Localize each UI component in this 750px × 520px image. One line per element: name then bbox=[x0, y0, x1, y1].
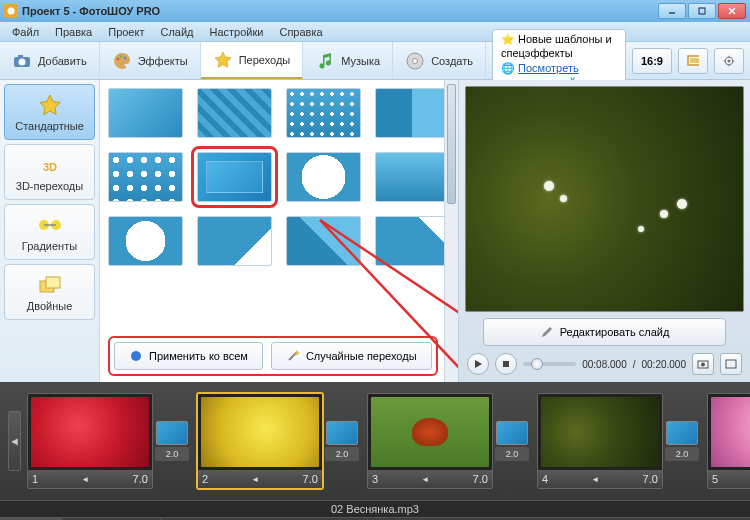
transition-thumb[interactable] bbox=[286, 216, 361, 266]
menu-edit[interactable]: Правка bbox=[47, 24, 100, 40]
tab-music[interactable]: Музыка bbox=[303, 42, 393, 79]
transition-thumb[interactable] bbox=[108, 216, 183, 266]
svg-rect-8 bbox=[18, 55, 23, 58]
tab-add[interactable]: Добавить bbox=[0, 42, 100, 79]
menu-project[interactable]: Проект bbox=[100, 24, 152, 40]
transition-chip[interactable]: 2.0 bbox=[495, 421, 529, 461]
timeline-scroll-left[interactable]: ◄ bbox=[8, 411, 21, 471]
palette-icon bbox=[112, 51, 132, 71]
tab-effects[interactable]: Эффекты bbox=[100, 42, 201, 79]
transition-chip[interactable]: 2.0 bbox=[325, 421, 359, 461]
transition-thumb-selected[interactable] bbox=[197, 152, 272, 202]
svg-point-9 bbox=[116, 57, 119, 60]
fullscreen-icon bbox=[725, 359, 737, 369]
category-double[interactable]: Двойные bbox=[4, 264, 95, 320]
svg-rect-32 bbox=[503, 361, 509, 367]
music-icon bbox=[315, 51, 335, 71]
grid-scrollbar[interactable] bbox=[444, 80, 458, 382]
transition-chip[interactable]: 2.0 bbox=[665, 421, 699, 461]
menubar: Файл Правка Проект Слайд Настройки Справ… bbox=[0, 22, 750, 42]
menu-help[interactable]: Справка bbox=[271, 24, 330, 40]
toolbar-right: ⭐ Новые шаблоны и спецэффекты 🌐 Посмотре… bbox=[486, 42, 750, 79]
svg-point-17 bbox=[728, 59, 731, 62]
play-button[interactable] bbox=[467, 353, 489, 375]
svg-point-28 bbox=[131, 351, 141, 361]
disc-icon bbox=[405, 51, 425, 71]
close-button[interactable] bbox=[718, 3, 746, 19]
svg-rect-3 bbox=[699, 8, 705, 14]
tab-transitions[interactable]: Переходы bbox=[201, 42, 304, 79]
timeline-slide-active[interactable]: 2◄7.0 bbox=[197, 393, 323, 489]
gear-icon bbox=[723, 53, 735, 69]
apply-to-all-button[interactable]: Применить ко всем bbox=[114, 342, 263, 370]
time-total: 00:20.000 bbox=[642, 359, 687, 370]
double-icon bbox=[36, 273, 64, 297]
stop-button[interactable] bbox=[495, 353, 517, 375]
transition-chip[interactable]: 2.0 bbox=[155, 421, 189, 461]
category-standard[interactable]: Стандартные bbox=[4, 84, 95, 140]
svg-point-11 bbox=[123, 56, 126, 59]
aspect-ratio-button[interactable]: 16:9 bbox=[632, 48, 672, 74]
gradient-icon bbox=[36, 213, 64, 237]
snapshot-button[interactable] bbox=[692, 353, 714, 375]
preview-panel: Редактировать слайд 00:08.000 / 00:20.00… bbox=[458, 80, 750, 382]
edit-slide-button[interactable]: Редактировать слайд bbox=[483, 318, 726, 346]
audio-track[interactable]: 02 Веснянка.mp3 bbox=[0, 500, 750, 518]
time-current: 00:08.000 bbox=[582, 359, 627, 370]
transitions-grid bbox=[108, 88, 450, 266]
category-sidebar: Стандартные 3D 3D-переходы Градиенты Дво… bbox=[0, 80, 100, 382]
star-icon bbox=[213, 50, 233, 70]
3d-icon: 3D bbox=[36, 153, 64, 177]
menu-settings[interactable]: Настройки bbox=[202, 24, 272, 40]
svg-rect-15 bbox=[690, 58, 699, 63]
transition-thumb[interactable] bbox=[286, 88, 361, 138]
camera-icon bbox=[697, 359, 709, 369]
transition-thumb[interactable] bbox=[108, 152, 183, 202]
svg-point-13 bbox=[413, 58, 418, 63]
wand-icon bbox=[286, 349, 300, 363]
category-3d[interactable]: 3D 3D-переходы bbox=[4, 144, 95, 200]
timeline-slide[interactable]: 3◄7.0 bbox=[367, 393, 493, 489]
svg-text:3D: 3D bbox=[42, 161, 56, 173]
transition-thumb[interactable] bbox=[197, 88, 272, 138]
svg-point-7 bbox=[19, 58, 26, 65]
window-title: Проект 5 - ФотоШОУ PRO bbox=[22, 5, 656, 17]
play-icon bbox=[473, 359, 483, 369]
transition-thumb[interactable] bbox=[197, 216, 272, 266]
preview-mode-button[interactable] bbox=[678, 48, 708, 74]
settings-button[interactable] bbox=[714, 48, 744, 74]
fullscreen-button[interactable] bbox=[720, 353, 742, 375]
transition-thumb[interactable] bbox=[375, 152, 450, 202]
transition-thumb[interactable] bbox=[286, 152, 361, 202]
transitions-grid-area: Применить ко всем Случайные переходы bbox=[100, 80, 458, 382]
camera-icon bbox=[12, 51, 32, 71]
app-icon bbox=[4, 4, 18, 18]
timeline-slide[interactable]: 4◄7.0 bbox=[537, 393, 663, 489]
star-icon bbox=[36, 93, 64, 117]
titlebar: Проект 5 - ФотоШОУ PRO bbox=[0, 0, 750, 22]
minimize-button[interactable] bbox=[658, 3, 686, 19]
transition-thumb[interactable] bbox=[108, 88, 183, 138]
preview-viewport bbox=[465, 86, 744, 312]
tab-create[interactable]: Создать bbox=[393, 42, 486, 79]
timeline-slide[interactable]: 1◄7.0 bbox=[27, 393, 153, 489]
timeline-slide[interactable]: 5◄7.0 bbox=[707, 393, 750, 489]
random-transitions-button[interactable]: Случайные переходы bbox=[271, 342, 432, 370]
svg-point-1 bbox=[8, 8, 15, 15]
playbar: 00:08.000 / 00:20.000 bbox=[465, 352, 744, 376]
menu-file[interactable]: Файл bbox=[4, 24, 47, 40]
main-area: Стандартные 3D 3D-переходы Градиенты Дво… bbox=[0, 80, 750, 382]
playback-slider[interactable] bbox=[523, 362, 576, 366]
svg-rect-27 bbox=[46, 277, 60, 288]
svg-point-10 bbox=[119, 55, 122, 58]
svg-point-34 bbox=[701, 363, 705, 367]
action-buttons-group: Применить ко всем Случайные переходы bbox=[108, 336, 438, 376]
menu-slide[interactable]: Слайд bbox=[152, 24, 201, 40]
timeline: ◄ 1◄7.0 2.0 2◄7.0 2.0 3◄7.0 2.0 bbox=[0, 382, 750, 500]
transition-thumb[interactable] bbox=[375, 88, 450, 138]
transition-thumb[interactable] bbox=[375, 216, 450, 266]
monitor-icon bbox=[687, 55, 699, 67]
maximize-button[interactable] bbox=[688, 3, 716, 19]
category-gradients[interactable]: Градиенты bbox=[4, 204, 95, 260]
apply-icon bbox=[129, 349, 143, 363]
